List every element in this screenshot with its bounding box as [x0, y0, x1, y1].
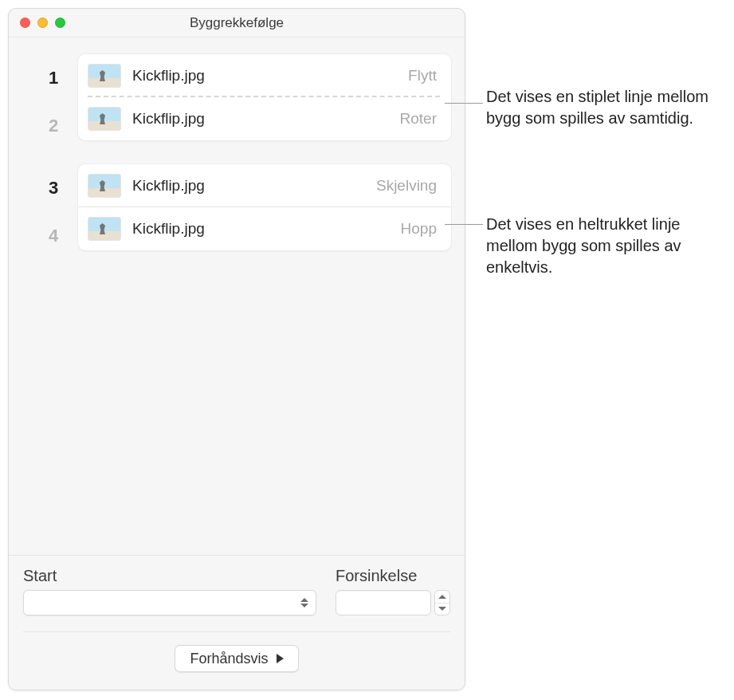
window-title: Byggrekkefølge: [9, 15, 465, 31]
file-name: Kickflip.jpg: [132, 67, 408, 85]
callout-line: [445, 103, 483, 104]
start-select[interactable]: [23, 590, 316, 615]
action-label: Roter: [400, 110, 437, 128]
thumbnail-icon: [88, 64, 121, 88]
build-row[interactable]: Kickflip.jpg Hopp: [78, 207, 451, 250]
build-number: 1: [37, 68, 69, 88]
stepper-up-icon[interactable]: [435, 591, 449, 604]
file-name: Kickflip.jpg: [132, 177, 376, 195]
delay-label: Forsinkelse: [336, 567, 450, 585]
build-group: 3 4 Kickflip.jpg Skjelving Kickflip.jpg …: [22, 163, 452, 251]
callout-text: Det vises en stiplet linje mellom bygg s…: [486, 86, 717, 129]
delay-control: Forsinkelse: [336, 567, 450, 615]
start-label: Start: [23, 567, 316, 585]
build-group: 1 2 Kickflip.jpg Flytt Kickflip.jpg Rote…: [22, 53, 452, 141]
file-name: Kickflip.jpg: [132, 110, 400, 128]
divider: [23, 631, 450, 632]
stepper-down-icon[interactable]: [435, 604, 449, 615]
thumbnail-icon: [88, 217, 121, 241]
delay-input[interactable]: [336, 590, 431, 615]
build-number: 2: [37, 116, 69, 136]
build-number: 4: [37, 226, 69, 246]
action-label: Skjelving: [376, 177, 437, 195]
action-label: Flytt: [408, 67, 437, 85]
preview-button[interactable]: Forhåndsvis: [175, 645, 298, 672]
build-number: 3: [37, 178, 69, 199]
play-icon: [277, 654, 284, 663]
titlebar: Byggrekkefølge: [9, 9, 465, 37]
thumbnail-icon: [88, 107, 121, 131]
callout-text: Det vises en heltrukket linje mellom byg…: [486, 214, 717, 278]
thumbnail-icon: [88, 174, 121, 198]
bottom-panel: Start Forsinkelse: [9, 555, 465, 690]
build-row[interactable]: Kickflip.jpg Roter: [78, 97, 451, 140]
build-row[interactable]: Kickflip.jpg Flytt: [78, 54, 451, 97]
delay-stepper[interactable]: [434, 590, 450, 615]
preview-label: Forhåndsvis: [190, 651, 268, 667]
file-name: Kickflip.jpg: [132, 220, 401, 238]
callout-line: [445, 224, 483, 225]
chevron-updown-icon: [298, 595, 311, 611]
start-control: Start: [23, 567, 316, 615]
build-list: 1 2 Kickflip.jpg Flytt Kickflip.jpg Rote…: [9, 37, 465, 555]
action-label: Hopp: [401, 220, 437, 238]
build-order-window: Byggrekkefølge 1 2 Kickflip.jpg Flytt Ki…: [8, 8, 465, 690]
build-row[interactable]: Kickflip.jpg Skjelving: [78, 164, 451, 207]
